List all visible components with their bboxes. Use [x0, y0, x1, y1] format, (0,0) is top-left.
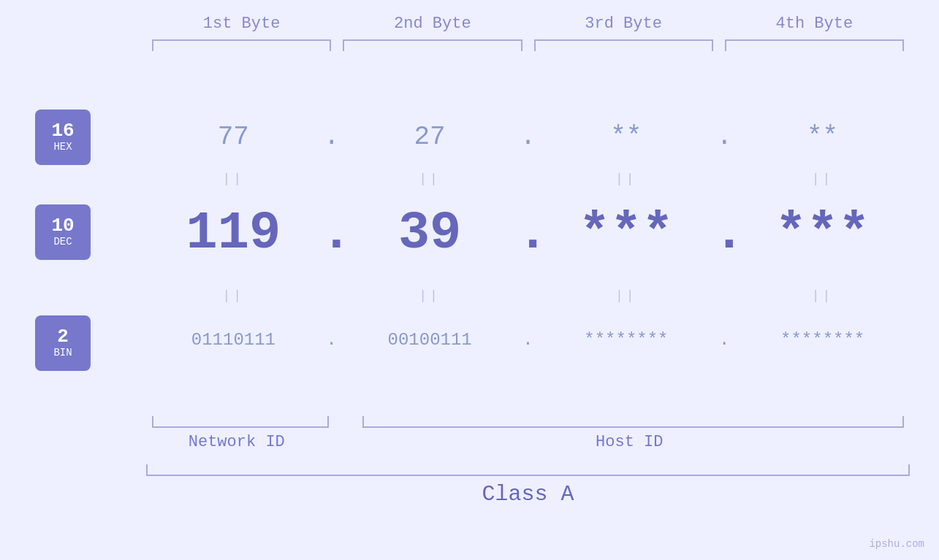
bracket-byte2 [343, 39, 522, 51]
sep2-b1: || [146, 288, 321, 303]
sep1-b3: || [539, 172, 714, 186]
badge-bin-label: BIN [53, 346, 72, 359]
dec-dot3: . [713, 204, 735, 264]
dec-b3: *** [539, 204, 714, 264]
sep2-b2: || [343, 288, 517, 303]
byte1-header: 1st Byte [146, 15, 337, 33]
class-label: Class A [146, 482, 910, 507]
badge-hex-num: 16 [51, 121, 74, 140]
dec-b2: 39 [343, 204, 517, 264]
dec-dot2: . [517, 204, 539, 264]
bin-b3: ******** [539, 330, 714, 350]
badge-dec: 10 DEC [35, 204, 91, 260]
bin-b2: 00100111 [343, 330, 517, 350]
byte2-header: 2nd Byte [337, 15, 528, 33]
bracket-byte3 [534, 39, 713, 51]
page: 1st Byte 2nd Byte 3rd Byte 4th Byte 16 H… [0, 0, 939, 560]
hex-b2: 27 [343, 122, 517, 152]
byte4-header: 4th Byte [719, 15, 910, 33]
watermark: ipshu.com [869, 538, 924, 550]
hex-dot2: . [517, 122, 539, 152]
dec-dot1: . [321, 204, 343, 264]
badge-hex-label: HEX [53, 140, 72, 153]
hex-b3: ** [539, 122, 714, 152]
bracket-byte1 [152, 39, 331, 51]
badge-bin-num: 2 [57, 327, 69, 346]
bin-b1: 01110111 [146, 330, 321, 350]
sep1-b2: || [343, 172, 517, 186]
bin-b4: ******** [735, 330, 910, 350]
dec-b1: 119 [146, 204, 321, 264]
bracket-byte4 [725, 39, 904, 51]
hex-b4: ** [735, 122, 910, 152]
badge-hex: 16 HEX [35, 110, 91, 165]
bin-dot3: . [713, 330, 735, 350]
sep1-b4: || [735, 172, 910, 186]
bracket-host-id [362, 416, 904, 428]
sep2-b3: || [539, 288, 714, 303]
hex-b1: 77 [146, 122, 321, 152]
bin-dot2: . [517, 330, 539, 350]
bin-dot1: . [321, 330, 343, 350]
network-id-label: Network ID [146, 433, 327, 451]
sep2-b4: || [735, 288, 910, 303]
byte3-header: 3rd Byte [528, 15, 719, 33]
hex-dot3: . [713, 122, 735, 152]
badge-bin: 2 BIN [35, 315, 91, 371]
dec-b4: *** [735, 204, 910, 264]
bracket-class [146, 464, 910, 476]
bracket-network-id [152, 416, 329, 428]
badge-dec-num: 10 [51, 216, 74, 235]
badge-dec-label: DEC [53, 235, 72, 248]
hex-dot1: . [321, 122, 343, 152]
sep1-b1: || [146, 172, 321, 186]
host-id-label: Host ID [349, 433, 910, 451]
